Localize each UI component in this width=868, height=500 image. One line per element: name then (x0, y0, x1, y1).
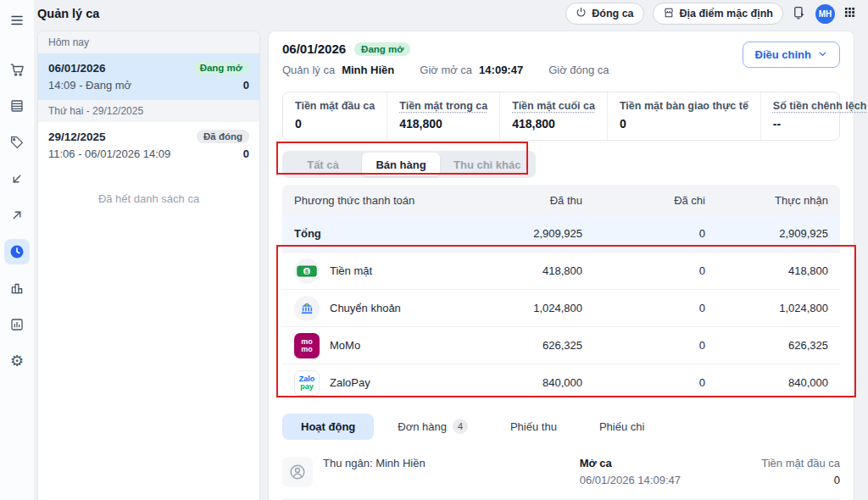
store-icon (663, 7, 675, 21)
location-label: Địa điểm mặc định (680, 8, 773, 19)
open-time-value: 14:09:47 (479, 64, 523, 76)
avatar[interactable]: MH (815, 4, 835, 24)
pos-device-icon[interactable] (792, 5, 807, 23)
method-name: Chuyển khoản (330, 302, 401, 314)
shift-count: 0 (243, 79, 249, 92)
total-spent: 0 (582, 227, 705, 240)
close-shift-button[interactable]: Đóng ca (565, 3, 643, 25)
orders-count-badge: 4 (453, 419, 468, 434)
stat-opening-cash: Tiền mặt đầu ca 0 (283, 92, 387, 140)
activity-timestamp: 06/01/2026 14:09:47 (580, 474, 681, 486)
status-badge: Đang mở (354, 42, 410, 56)
tab-sales[interactable]: Bán hàng (362, 153, 440, 176)
shift-subtitle: 14:09 - Đang mở (48, 79, 131, 92)
person-icon (282, 457, 313, 487)
svg-text:$: $ (305, 267, 309, 275)
shift-section-header: Thứ hai - 29/12/2025 (38, 100, 259, 122)
table-total-row: Tổng 2,909,925 0 2,909,925 (282, 215, 840, 252)
table-row-cash[interactable]: $ Tiền mặt 418,800 0 418,800 (282, 252, 840, 289)
total-net: 2,909,925 (705, 227, 828, 240)
zalopay-icon: Zalo pay (294, 370, 320, 396)
shift-list-panel: Hôm nay 06/01/2026 Đang mở 14:09 - Đang … (37, 31, 260, 500)
tab-all[interactable]: Tất cả (284, 153, 362, 176)
tab-receipts[interactable]: Phiếu thu (492, 414, 576, 440)
sidebar-rail: ⚙ (0, 0, 34, 500)
outgoing-icon[interactable] (4, 203, 30, 228)
status-badge: Đã đóng (197, 130, 249, 143)
cart-icon[interactable] (4, 57, 30, 82)
net-value: 1,024,800 (705, 302, 828, 314)
stat-handover-cash: Tiền mặt bàn giao thực tế 0 (607, 92, 760, 140)
bar-chart-icon[interactable] (4, 275, 30, 301)
col-collected: Đã thu (459, 194, 582, 207)
tag-icon[interactable] (4, 130, 30, 155)
table-row-zalopay[interactable]: Zalo pay ZaloPay 840,000 0 840,000 (282, 364, 840, 401)
settings-icon[interactable]: ⚙ (4, 348, 30, 374)
detail-tabs: Hoạt động Đơn hàng 4 Phiếu thu Phiếu chi (282, 412, 840, 441)
top-bar: Quản lý ca Đóng ca Địa điểm mặc định MH (34, 0, 868, 27)
shift-section-header: Hôm nay (38, 31, 259, 53)
spent-value: 0 (582, 302, 705, 314)
method-name: MoMo (330, 339, 360, 352)
cashier-sub-clipped: ·· ······ ··· ···· · (323, 473, 580, 478)
shift-date: 29/12/2025 (48, 131, 106, 143)
activity-action: Mở ca (580, 457, 681, 469)
page-title: Quản lý ca (37, 7, 99, 20)
net-value: 626,325 (705, 339, 828, 352)
orders-icon[interactable] (4, 93, 30, 119)
close-time-label: Giờ đóng ca (548, 64, 609, 76)
tab-other-income[interactable]: Thu chi khác (440, 153, 534, 176)
table-row-momo[interactable]: mo mo MoMo 626,325 0 626,325 (282, 326, 840, 364)
activity-row[interactable]: Thu ngân: Minh Hiền ·· ······ ··· ···· ·… (282, 448, 840, 500)
payment-method-table: Phương thức thanh toán Đã thu Đã chi Thự… (282, 185, 840, 401)
total-collected: 2,909,925 (459, 227, 582, 240)
end-of-list-message: Đã hết danh sách ca (38, 192, 259, 205)
location-button[interactable]: Địa điểm mặc định (653, 3, 783, 25)
momo-icon: mo mo (294, 333, 320, 358)
stat-closing-cash: Tiền mặt cuối ca 418,800 (499, 92, 607, 140)
chevron-down-icon (818, 48, 827, 61)
collected-value: 626,325 (459, 339, 582, 352)
manager-name: Minh Hiền (342, 64, 394, 76)
activity-amount-label: Tiền mặt đầu ca (761, 457, 840, 469)
method-name: Tiền mặt (330, 264, 372, 277)
tab-orders[interactable]: Đơn hàng 4 (379, 412, 487, 441)
col-method: Phương thức thanh toán (294, 194, 459, 207)
filter-segmented-control: Tất cả Bán hàng Thu chi khác (282, 151, 536, 178)
tab-payments[interactable]: Phiếu chi (581, 414, 663, 440)
activity-amount: 0 (761, 474, 840, 486)
shift-date: 06/01/2026 (48, 62, 106, 75)
collected-value: 1,024,800 (459, 302, 582, 314)
spent-value: 0 (582, 376, 705, 389)
spent-value: 0 (582, 339, 705, 352)
method-name: ZaloPay (330, 376, 370, 389)
shift-detail-card: 06/01/2026 Đang mở Quản lý ca Minh Hiền … (268, 31, 854, 500)
table-row-bank-transfer[interactable]: Chuyển khoản 1,024,800 0 1,024,800 (282, 289, 840, 326)
adjust-button[interactable]: Điều chỉnh (743, 42, 840, 68)
shift-count: 0 (243, 147, 249, 160)
cash-icon: $ (294, 258, 320, 284)
stat-cash-in-shift: Tiền mặt trong ca 418,800 (387, 92, 499, 140)
status-badge: Đang mở (193, 61, 249, 75)
collected-value: 418,800 (459, 264, 582, 277)
cashier-name: Thu ngân: Minh Hiền (323, 457, 580, 469)
adjust-button-label: Điều chỉnh (755, 48, 811, 61)
incoming-icon[interactable] (4, 166, 30, 192)
apps-grid-icon[interactable] (843, 6, 856, 21)
hamburger-icon[interactable] (4, 8, 30, 33)
shift-list-item[interactable]: 06/01/2026 Đang mở 14:09 - Đang mở 0 (38, 53, 259, 100)
shift-subtitle: 11:06 - 06/01/2026 14:09 (48, 147, 170, 160)
table-header-row: Phương thức thanh toán Đã thu Đã chi Thự… (282, 185, 840, 215)
report-icon[interactable] (4, 312, 30, 337)
open-time-label: Giờ mở ca (420, 64, 472, 76)
col-spent: Đã chi (582, 194, 705, 207)
tab-activity[interactable]: Hoạt động (282, 414, 374, 440)
col-net: Thực nhận (705, 194, 828, 207)
net-value: 840,000 (705, 376, 828, 389)
stat-difference: Số tiền chênh lệch -- (760, 92, 868, 140)
bank-transfer-icon (294, 296, 320, 321)
shift-clock-icon[interactable] (4, 239, 30, 264)
shift-detail-date: 06/01/2026 (282, 42, 346, 56)
shift-list-item[interactable]: 29/12/2025 Đã đóng 11:06 - 06/01/2026 14… (38, 122, 259, 169)
close-shift-label: Đóng ca (592, 8, 633, 19)
